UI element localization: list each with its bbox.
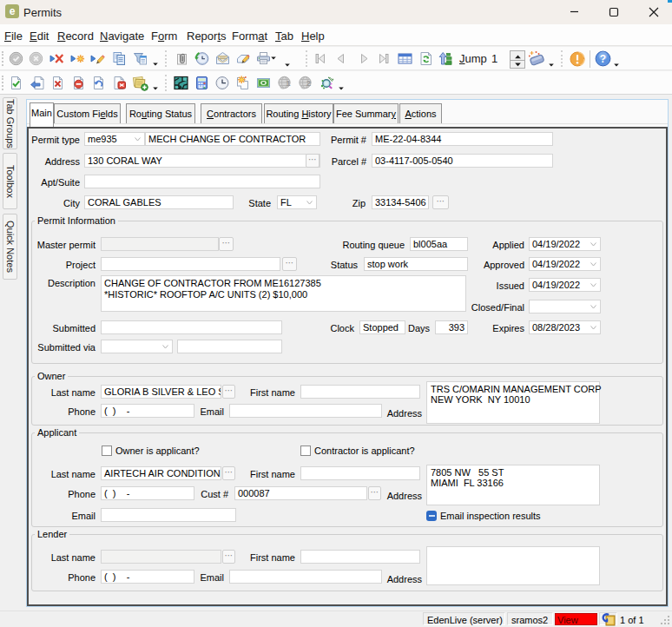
svg-text:?: ? <box>600 53 606 65</box>
svg-text:2: 2 <box>306 79 311 88</box>
svg-text:1: 1 <box>287 79 291 88</box>
